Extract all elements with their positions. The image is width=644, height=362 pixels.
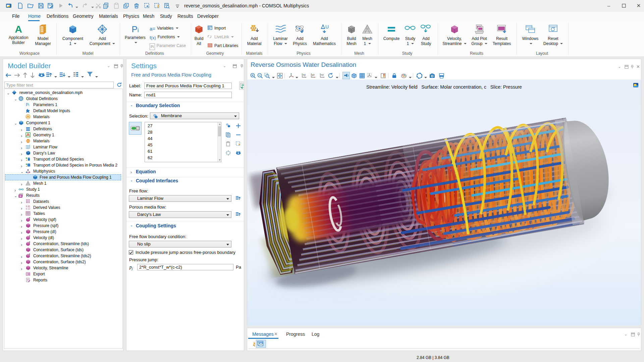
svg-text:8.85: 8.85 [26, 205, 30, 208]
svg-text:P: P [26, 102, 29, 107]
svg-text:U: U [325, 24, 329, 30]
svg-text:xz: xz [321, 73, 324, 76]
svg-text:i: i [29, 103, 29, 107]
svg-text:yz: yz [312, 73, 315, 76]
svg-text:xy: xy [303, 73, 306, 76]
svg-text:e-12: e-12 [26, 208, 30, 210]
